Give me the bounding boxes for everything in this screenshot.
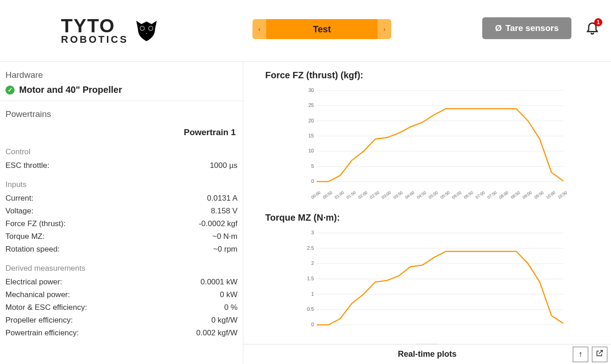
footer-label: Real-time plots (398, 349, 456, 359)
input-label: Torque MZ: (5, 232, 45, 241)
svg-text:07:50: 07:50 (486, 190, 497, 200)
hardware-name: Motor and 40" Propeller (19, 85, 122, 95)
brand-bottom: ROBOTICS (61, 35, 128, 45)
powertrains-title: Powertrains (5, 109, 237, 119)
svg-text:04:50: 04:50 (416, 190, 427, 200)
derived-label: Motor & ESC efficiency: (5, 303, 87, 312)
chart-canvas: 00.511.522.53 (283, 228, 588, 333)
svg-text:00:50: 00:50 (322, 190, 333, 200)
svg-text:06:00: 06:00 (451, 190, 462, 200)
input-label: Voltage: (5, 207, 33, 216)
hardware-section: Hardware ✓ Motor and 40" Propeller (0, 62, 243, 101)
control-row: ESC throttle:1000 µs (5, 159, 237, 172)
chart-series-line (317, 251, 563, 325)
carousel-next-button[interactable]: › (378, 19, 391, 39)
svg-point-2 (141, 27, 144, 30)
input-value: 0.0131 A (207, 194, 237, 203)
powertrain-name: Powertrain 1 (5, 124, 237, 139)
derived-label: Powertrain efficiency: (5, 329, 79, 338)
svg-text:05:00: 05:00 (428, 190, 439, 200)
svg-text:09:50: 09:50 (534, 190, 545, 200)
brand-logo: TYTO ROBOTICS (61, 16, 160, 46)
svg-text:02:00: 02:00 (357, 190, 368, 200)
input-value: 8.158 V (211, 207, 237, 216)
svg-text:08:50: 08:50 (510, 190, 521, 200)
control-label: ESC throttle: (5, 161, 49, 170)
svg-text:09:00: 09:00 (522, 190, 533, 200)
input-value: ~0 N·m (212, 232, 237, 241)
derived-value: 0 kgf/W (211, 316, 237, 325)
input-label: Force FZ (thrust): (5, 219, 66, 228)
input-row: Voltage:8.158 V (5, 205, 237, 217)
input-label: Rotation speed: (5, 245, 60, 254)
svg-text:10: 10 (308, 148, 314, 153)
svg-text:2.5: 2.5 (307, 245, 314, 251)
control-value: 1000 µs (210, 161, 237, 170)
svg-text:04:00: 04:00 (404, 190, 415, 200)
chart-block: Force FZ (thrust) (kgf):05101520253000:0… (265, 70, 593, 200)
inputs-subtitle: Inputs (5, 180, 237, 189)
svg-text:0.5: 0.5 (307, 306, 314, 312)
svg-text:02:50: 02:50 (369, 190, 380, 200)
tare-label: Tare sensors (505, 23, 559, 33)
chart-title: Torque MZ (N·m): (265, 212, 593, 223)
app-header: TYTO ROBOTICS ‹ Test › Ø Tare sensors (0, 0, 611, 61)
open-external-button[interactable] (592, 347, 607, 362)
scroll-top-button[interactable]: ↑ (573, 347, 588, 362)
svg-text:03:50: 03:50 (393, 190, 404, 200)
svg-text:1.5: 1.5 (307, 276, 314, 281)
derived-label: Electrical power: (5, 278, 62, 287)
derived-value: 0 kW (220, 290, 237, 299)
status-ok-icon: ✓ (5, 86, 15, 95)
derived-value: 0.002 kgf/W (196, 329, 237, 338)
content-area: Force FZ (thrust) (kgf):05101520253000:0… (243, 62, 611, 364)
svg-text:06:50: 06:50 (463, 190, 474, 200)
hardware-title: Hardware (5, 70, 237, 80)
external-link-icon (596, 349, 604, 359)
derived-row: Propeller efficiency:0 kgf/W (5, 314, 237, 327)
tare-sensors-button[interactable]: Ø Tare sensors (482, 17, 571, 39)
input-row: Force FZ (thrust):-0.0002 kgf (5, 217, 237, 230)
charts-scroll[interactable]: Force FZ (thrust) (kgf):05101520253000:0… (243, 62, 611, 364)
chart-canvas: 05101520253000:0000:5001:0001:5002:0002:… (283, 86, 588, 200)
input-row: Rotation speed:~0 rpm (5, 243, 237, 256)
svg-text:10:00: 10:00 (545, 190, 556, 200)
derived-label: Mechanical power: (5, 290, 70, 299)
svg-text:07:00: 07:00 (475, 190, 486, 200)
drag-handle-icon[interactable]: :::::::::: (417, 342, 438, 346)
derived-row: Powertrain efficiency:0.002 kgf/W (5, 327, 237, 339)
svg-text:01:50: 01:50 (346, 190, 357, 200)
svg-text:0: 0 (311, 322, 314, 327)
null-icon: Ø (495, 23, 502, 33)
owl-icon (133, 16, 160, 46)
carousel-label[interactable]: Test (266, 19, 378, 39)
derived-value: 0.0001 kW (201, 278, 237, 287)
svg-text:0: 0 (311, 178, 314, 184)
input-row: Torque MZ:~0 N·m (5, 230, 237, 243)
svg-text:00:00: 00:00 (310, 190, 321, 200)
notification-badge: 1 (594, 18, 602, 26)
svg-text:10:50: 10:50 (557, 190, 568, 200)
chart-block: Torque MZ (N·m):00.511.522.53 (265, 212, 593, 333)
notifications-button[interactable]: 1 (585, 20, 600, 36)
svg-text:15: 15 (308, 133, 314, 138)
svg-text:30: 30 (308, 87, 314, 93)
svg-text:08:00: 08:00 (498, 190, 509, 200)
carousel-prev-button[interactable]: ‹ (252, 19, 266, 39)
mode-carousel: ‹ Test › (252, 19, 391, 39)
svg-text:05:50: 05:50 (439, 190, 450, 200)
svg-text:1: 1 (311, 291, 314, 297)
svg-point-3 (150, 27, 152, 30)
chart-title: Force FZ (thrust) (kgf): (265, 70, 593, 81)
input-row: Current:0.0131 A (5, 192, 237, 205)
brand-top: TYTO (61, 17, 128, 35)
control-subtitle: Control (5, 147, 237, 157)
derived-row: Mechanical power:0 kW (5, 288, 237, 301)
sidebar: Hardware ✓ Motor and 40" Propeller Power… (0, 62, 243, 364)
derived-label: Propeller efficiency: (5, 316, 73, 325)
svg-text:20: 20 (308, 118, 314, 123)
svg-text:5: 5 (311, 163, 314, 169)
bell-icon (585, 28, 600, 36)
derived-row: Motor & ESC efficiency:0 % (5, 301, 237, 314)
svg-text:2: 2 (311, 260, 314, 266)
